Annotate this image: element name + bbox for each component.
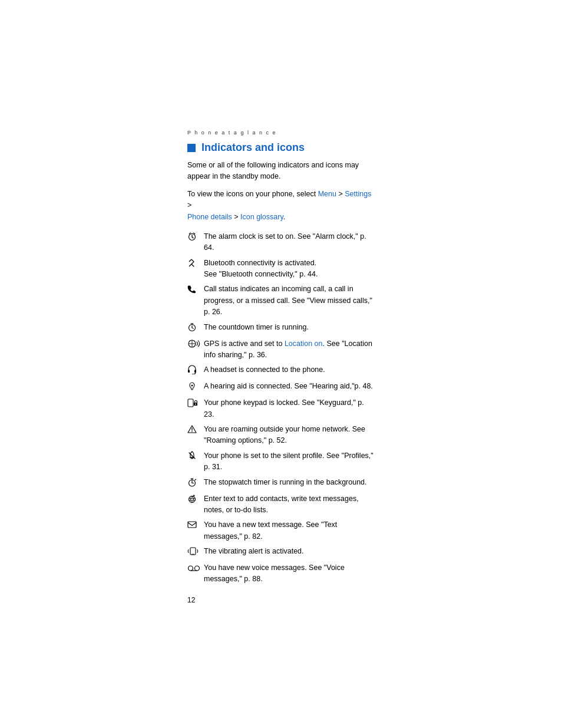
- icon-glossary-link[interactable]: Icon glossary: [240, 213, 283, 221]
- bluetooth-icon: [187, 258, 204, 268]
- gps-text: GPS is active and set to Location on. Se…: [204, 338, 375, 361]
- call-icon: [187, 284, 204, 294]
- alarm-text: The alarm clock is set to on. See "Alarm…: [204, 231, 375, 254]
- section-title-square: [187, 144, 196, 152]
- nav-text: To view the icons on your phone, select …: [187, 189, 375, 223]
- alarm-icon: [187, 231, 204, 241]
- svg-line-31: [195, 479, 196, 480]
- indicators-list: The alarm clock is set to on. See "Alarm…: [187, 231, 375, 585]
- list-item: You have a new text message. See "Text m…: [187, 519, 375, 542]
- list-item: Your phone is set to the silent profile.…: [187, 450, 375, 473]
- settings-link[interactable]: Settings: [345, 190, 371, 198]
- list-item: The vibrating alert is activated.: [187, 546, 375, 559]
- location-on-link[interactable]: Location on: [285, 340, 323, 348]
- list-item: The stopwatch timer is running in the ba…: [187, 477, 375, 490]
- svg-line-2: [192, 237, 193, 238]
- section-label: P h o n e a t a g l a n c e: [187, 130, 375, 136]
- svg-rect-14: [188, 370, 190, 373]
- svg-line-35: [193, 497, 193, 498]
- hearing-aid-text: A hearing aid is connected. See "Hearing…: [204, 381, 375, 392]
- headset-text: A headset is connected to the phone.: [204, 364, 375, 375]
- countdown-icon: [187, 322, 204, 332]
- nav-prefix: To view the icons on your phone, select: [187, 190, 316, 198]
- list-item: The alarm clock is set to on. See "Alarm…: [187, 231, 375, 254]
- list-item: The countdown timer is running.: [187, 322, 375, 335]
- page: P h o n e a t a g l a n c e Indicators a…: [0, 0, 562, 728]
- voicemail-text: You have new voice messages. See "Voice …: [204, 562, 375, 585]
- menu-link[interactable]: Menu: [318, 190, 336, 198]
- silent-text: Your phone is set to the silent profile.…: [204, 450, 375, 473]
- section-title-row: Indicators and icons: [187, 141, 375, 154]
- vibrate-text: The vibrating alert is activated.: [204, 546, 375, 557]
- svg-rect-15: [194, 370, 196, 373]
- svg-point-40: [195, 566, 200, 571]
- svg-rect-18: [188, 399, 193, 407]
- list-item: A headset is connected to the phone.: [187, 364, 375, 377]
- nav-sep3: >: [234, 213, 240, 221]
- list-item: Enter text to add contacts, write text m…: [187, 493, 375, 516]
- list-item: GPS is active and set to Location on. Se…: [187, 338, 375, 361]
- bluetooth-text: Bluetooth connectivity is activated.See …: [204, 258, 375, 281]
- svg-line-8: [192, 328, 194, 329]
- silent-icon: [187, 450, 204, 460]
- text-input-icon: [187, 493, 204, 503]
- svg-rect-37: [190, 548, 196, 555]
- hearing-aid-icon: [187, 381, 204, 391]
- list-item: You are roaming outside your home networ…: [187, 424, 375, 447]
- roaming-text: You are roaming outside your home networ…: [204, 424, 375, 447]
- text-input-text: Enter text to add contacts, write text m…: [204, 493, 375, 516]
- svg-point-17: [191, 385, 193, 387]
- stopwatch-text: The stopwatch timer is running in the ba…: [204, 477, 375, 488]
- voicemail-icon: [187, 562, 204, 572]
- gps-icon: [187, 338, 204, 348]
- phone-details-link[interactable]: Phone details: [187, 213, 232, 221]
- content-area: P h o n e a t a g l a n c e Indicators a…: [0, 0, 562, 651]
- nav-sep1: >: [338, 190, 345, 198]
- headset-icon: [187, 364, 204, 374]
- nav-sep2: >: [187, 201, 191, 209]
- roaming-icon: [187, 424, 204, 434]
- svg-point-32: [189, 496, 196, 502]
- svg-point-16: [192, 374, 193, 374]
- countdown-text: The countdown timer is running.: [204, 322, 375, 333]
- page-number: 12: [187, 596, 375, 604]
- intro-text: Some or all of the following indicators …: [187, 160, 375, 183]
- text-message-icon: [187, 519, 204, 529]
- list-item: A hearing aid is connected. See "Hearing…: [187, 381, 375, 394]
- svg-point-39: [189, 566, 193, 571]
- keyguard-icon: [187, 397, 204, 407]
- svg-point-20: [195, 404, 196, 405]
- svg-rect-36: [188, 522, 196, 528]
- section-title: Indicators and icons: [201, 141, 305, 154]
- svg-point-23: [191, 431, 193, 432]
- list-item: Your phone keypad is locked. See "Keygua…: [187, 397, 375, 420]
- call-text: Call status indicates an incoming call, …: [204, 284, 375, 318]
- text-message-text: You have a new text message. See "Text m…: [204, 519, 375, 542]
- list-item: You have new voice messages. See "Voice …: [187, 562, 375, 585]
- svg-rect-38: [191, 554, 194, 555]
- list-item: Bluetooth connectivity is activated.See …: [187, 258, 375, 281]
- stopwatch-icon: [187, 477, 204, 487]
- keyguard-text: Your phone keypad is locked. See "Keygua…: [204, 397, 375, 420]
- list-item: Call status indicates an incoming call, …: [187, 284, 375, 318]
- vibrate-icon: [187, 546, 204, 556]
